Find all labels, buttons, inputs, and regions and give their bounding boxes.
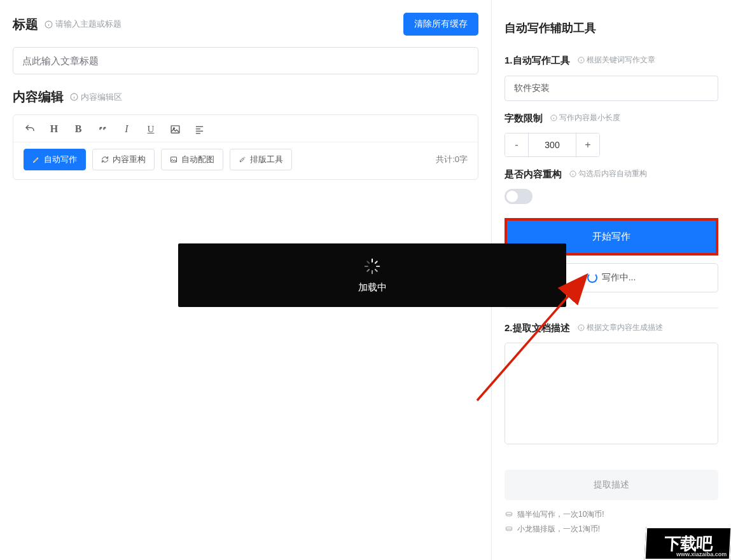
restruct-hint: 勾选后内容自动重构 <box>569 168 647 179</box>
panel-title: 自动写作辅助工具 <box>505 0 718 55</box>
svg-line-28 <box>375 261 377 263</box>
section-divider <box>505 308 718 308</box>
svg-point-26 <box>506 526 512 529</box>
info-icon <box>45 20 53 29</box>
refresh-icon <box>101 156 109 163</box>
loading-overlay: 加载中 <box>178 243 566 307</box>
wordlimit-hint: 写作内容最小长度 <box>550 113 620 123</box>
auto-image-button[interactable]: 自动配图 <box>161 149 223 170</box>
align-left-icon[interactable] <box>193 123 205 135</box>
quote-icon[interactable] <box>96 123 109 135</box>
tools-icon <box>239 156 246 163</box>
clear-cache-button[interactable]: 清除所有缓存 <box>403 13 478 36</box>
info-icon <box>569 170 576 177</box>
section2-hint: 根据文章内容生成描述 <box>578 322 663 333</box>
pencil-icon <box>32 156 40 163</box>
stepper-minus-button[interactable]: - <box>505 133 528 156</box>
info-icon <box>578 57 585 64</box>
heading-icon[interactable]: H <box>48 123 60 135</box>
restruct-toggle[interactable] <box>505 189 533 204</box>
underline-icon[interactable]: U <box>144 123 157 135</box>
info-icon <box>578 324 585 331</box>
loading-text: 加载中 <box>358 282 387 294</box>
content-hint: 内容编辑区 <box>70 92 122 103</box>
picture-icon <box>170 156 178 163</box>
loading-spinner-icon <box>363 257 381 275</box>
description-textarea[interactable] <box>505 343 718 444</box>
extract-description-button[interactable]: 提取描述 <box>505 470 718 500</box>
stepper-plus-button[interactable]: + <box>576 133 599 156</box>
auto-write-button[interactable]: 自动写作 <box>24 149 86 170</box>
section1-hint: 根据关键词写作文章 <box>578 55 655 65</box>
bold-icon[interactable]: B <box>72 123 85 135</box>
svg-point-25 <box>506 512 512 514</box>
watermark-logo: 下载吧 www.xiazaiba.com <box>644 527 731 560</box>
content-restructure-button[interactable]: 内容重构 <box>92 149 155 170</box>
content-edit-label: 内容编辑 <box>13 88 64 106</box>
info-icon <box>550 114 557 121</box>
stepper-value-input[interactable] <box>529 133 576 156</box>
spinner-icon <box>587 273 597 283</box>
wordlimit-label: 字数限制 <box>505 113 543 125</box>
svg-line-32 <box>367 269 369 271</box>
wordlimit-stepper[interactable]: - + <box>505 133 600 157</box>
title-hint: 请输入主题或标题 <box>45 18 122 30</box>
keyword-input[interactable] <box>505 76 718 101</box>
coin-icon <box>505 525 513 534</box>
title-label: 标题 <box>13 16 38 33</box>
undo-icon[interactable] <box>24 123 36 135</box>
editor-toolbar: H B I U <box>13 115 478 142</box>
coin-icon <box>505 510 513 519</box>
title-input[interactable] <box>13 47 478 74</box>
section2-label: 2.提取文档描述 <box>505 322 570 334</box>
layout-tool-button[interactable]: 排版工具 <box>230 149 292 170</box>
italic-icon[interactable]: I <box>120 123 133 135</box>
footer-line-1: 猫半仙写作，一次10淘币! <box>505 509 718 520</box>
editor-box: H B I U 自动写作 内容重构 自动配图 <box>13 114 478 180</box>
section1-label: 1.自动写作工具 <box>505 55 570 67</box>
char-count: 共计:0字 <box>436 154 468 165</box>
restruct-label: 是否内容重构 <box>505 168 562 181</box>
svg-line-30 <box>375 269 377 271</box>
info-icon <box>70 93 78 101</box>
image-icon[interactable] <box>169 123 181 135</box>
svg-line-34 <box>367 261 369 263</box>
